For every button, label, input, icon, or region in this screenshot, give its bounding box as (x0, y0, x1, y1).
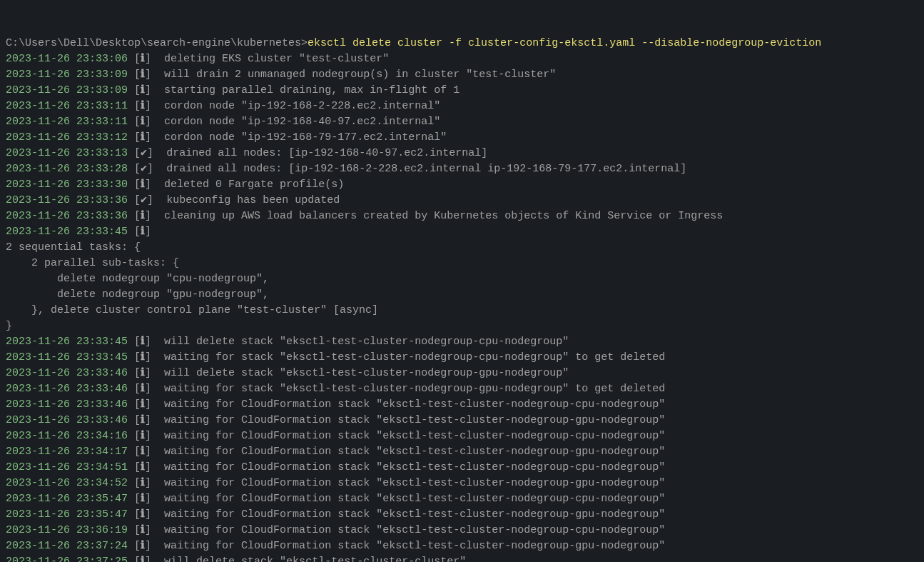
log-line: 2023-11-26 23:33:09 [ℹ] will drain 2 unm… (6, 67, 918, 83)
log-line: 2023-11-26 23:33:46 [ℹ] will delete stac… (6, 366, 918, 381)
log-timestamp: 2023-11-26 23:37:24 (6, 540, 128, 552)
task-line: 2 sequential tasks: { (6, 240, 918, 256)
task-line: delete nodegroup "gpu-nodegroup", (6, 287, 918, 303)
log-message: deleting EKS cluster "test-cluster" (164, 53, 389, 65)
log-timestamp: 2023-11-26 23:33:45 (6, 226, 128, 238)
log-timestamp: 2023-11-26 23:33:36 (6, 194, 128, 206)
log-message: cordon node "ip-192-168-40-97.ec2.intern… (164, 116, 440, 128)
log-timestamp: 2023-11-26 23:34:17 (6, 446, 128, 458)
log-timestamp: 2023-11-26 23:33:46 (6, 383, 128, 395)
log-timestamp: 2023-11-26 23:35:47 (6, 508, 128, 521)
log-timestamp: 2023-11-26 23:33:11 (6, 100, 128, 112)
log-message: waiting for CloudFormation stack "eksctl… (164, 461, 665, 473)
log-timestamp: 2023-11-26 23:33:45 (6, 336, 128, 348)
log-line: 2023-11-26 23:33:06 [ℹ] deleting EKS clu… (6, 51, 918, 67)
log-timestamp: 2023-11-26 23:33:46 (6, 414, 128, 426)
terminal-window[interactable]: C:\Users\Dell\Desktop\search-engine\kube… (0, 0, 924, 562)
task-description-block: 2 sequential tasks: { 2 parallel sub-tas… (6, 240, 918, 334)
log-line: 2023-11-26 23:33:13 [✔] drained all node… (6, 146, 918, 161)
log-line: 2023-11-26 23:33:46 [ℹ] waiting for Clou… (6, 413, 918, 428)
log-timestamp: 2023-11-26 23:33:36 (6, 210, 128, 222)
log-message: will delete stack "eksctl-test-cluster-n… (164, 336, 569, 348)
log-line: 2023-11-26 23:33:12 [ℹ] cordon node "ip-… (6, 130, 918, 146)
log-message: deleted 0 Fargate profile(s) (164, 179, 344, 191)
log-line: 2023-11-26 23:34:17 [ℹ] waiting for Clou… (6, 444, 918, 460)
log-message: cordon node "ip-192-168-2-228.ec2.intern… (164, 100, 440, 112)
log-message: waiting for CloudFormation stack "eksctl… (164, 493, 665, 505)
log-message: waiting for CloudFormation stack "eksctl… (164, 524, 665, 536)
log-line: 2023-11-26 23:33:46 [ℹ] waiting for stac… (6, 381, 918, 397)
log-line: 2023-11-26 23:33:45 [ℹ] (6, 224, 918, 240)
log-timestamp: 2023-11-26 23:34:52 (6, 477, 128, 489)
command-text: eksctl delete cluster -f cluster-config-… (308, 37, 821, 49)
log-timestamp: 2023-11-26 23:33:11 (6, 116, 128, 128)
log-message: waiting for CloudFormation stack "eksctl… (164, 446, 665, 458)
log-message: drained all nodes: [ip-192-168-40-97.ec2… (166, 147, 487, 159)
log-line: 2023-11-26 23:34:16 [ℹ] waiting for Clou… (6, 428, 918, 444)
log-line: 2023-11-26 23:33:09 [ℹ] starting paralle… (6, 83, 918, 99)
log-line: 2023-11-26 23:33:45 [ℹ] waiting for stac… (6, 350, 918, 366)
log-message: will drain 2 unmanaged nodegroup(s) in c… (164, 69, 556, 81)
log-timestamp: 2023-11-26 23:33:28 (6, 163, 128, 175)
log-timestamp: 2023-11-26 23:33:06 (6, 53, 128, 65)
log-line: 2023-11-26 23:36:19 [ℹ] waiting for Clou… (6, 523, 918, 538)
log-line: 2023-11-26 23:33:36 [✔] kubeconfig has b… (6, 193, 918, 209)
task-line: }, delete cluster control plane "test-cl… (6, 303, 918, 318)
log-line: 2023-11-26 23:33:30 [ℹ] deleted 0 Fargat… (6, 177, 918, 193)
log-line: 2023-11-26 23:35:47 [ℹ] waiting for Clou… (6, 491, 918, 507)
log-block: 2023-11-26 23:33:06 [ℹ] deleting EKS clu… (6, 51, 918, 240)
log-message: waiting for CloudFormation stack "eksctl… (164, 398, 665, 411)
task-line: delete nodegroup "cpu-nodegroup", (6, 271, 918, 287)
log-message: waiting for CloudFormation stack "eksctl… (164, 508, 665, 521)
log-timestamp: 2023-11-26 23:34:51 (6, 461, 128, 473)
log-message: will delete stack "eksctl-test-cluster-c… (164, 556, 466, 562)
log-timestamp: 2023-11-26 23:33:46 (6, 398, 128, 411)
log-timestamp: 2023-11-26 23:34:16 (6, 430, 128, 442)
log-line: 2023-11-26 23:35:47 [ℹ] waiting for Clou… (6, 507, 918, 523)
log-line: 2023-11-26 23:37:25 [ℹ] will delete stac… (6, 554, 918, 562)
task-line: } (6, 318, 918, 334)
log-line: 2023-11-26 23:37:24 [ℹ] waiting for Clou… (6, 538, 918, 554)
log-line: 2023-11-26 23:34:51 [ℹ] waiting for Clou… (6, 460, 918, 476)
log-message: starting parallel draining, max in-fligh… (164, 84, 460, 96)
log-timestamp: 2023-11-26 23:33:12 (6, 131, 128, 144)
log-message: cordon node "ip-192-168-79-177.ec2.inter… (164, 131, 447, 144)
log-line: 2023-11-26 23:33:46 [ℹ] waiting for Clou… (6, 397, 918, 413)
task-line: 2 parallel sub-tasks: { (6, 256, 918, 271)
log-timestamp: 2023-11-26 23:36:19 (6, 524, 128, 536)
log-timestamp: 2023-11-26 23:35:47 (6, 493, 128, 505)
log-line: 2023-11-26 23:33:28 [✔] drained all node… (6, 161, 918, 177)
prompt-line: C:\Users\Dell\Desktop\search-engine\kube… (6, 36, 918, 51)
log-line: 2023-11-26 23:33:11 [ℹ] cordon node "ip-… (6, 99, 918, 114)
log-timestamp: 2023-11-26 23:33:46 (6, 367, 128, 379)
log-timestamp: 2023-11-26 23:33:13 (6, 147, 128, 159)
log-message: waiting for CloudFormation stack "eksctl… (164, 477, 665, 489)
log-message: waiting for stack "eksctl-test-cluster-n… (164, 383, 665, 395)
log-timestamp: 2023-11-26 23:33:45 (6, 351, 128, 363)
log-message: waiting for CloudFormation stack "eksctl… (164, 540, 665, 552)
log-line: 2023-11-26 23:33:36 [ℹ] cleaning up AWS … (6, 209, 918, 224)
log-block: 2023-11-26 23:33:45 [ℹ] will delete stac… (6, 334, 918, 562)
log-message: waiting for CloudFormation stack "eksctl… (164, 430, 665, 442)
log-timestamp: 2023-11-26 23:33:09 (6, 84, 128, 96)
log-line: 2023-11-26 23:34:52 [ℹ] waiting for Clou… (6, 476, 918, 491)
log-message: waiting for stack "eksctl-test-cluster-n… (164, 351, 665, 363)
log-timestamp: 2023-11-26 23:37:25 (6, 556, 128, 562)
log-message: cleaning up AWS load balancers created b… (164, 210, 723, 222)
log-message: waiting for CloudFormation stack "eksctl… (164, 414, 665, 426)
log-message: kubeconfig has been updated (166, 194, 340, 206)
log-line: 2023-11-26 23:33:11 [ℹ] cordon node "ip-… (6, 114, 918, 130)
log-timestamp: 2023-11-26 23:33:30 (6, 179, 128, 191)
prompt-path: C:\Users\Dell\Desktop\search-engine\kube… (6, 37, 308, 49)
log-message: drained all nodes: [ip-192-168-2-228.ec2… (166, 163, 686, 175)
log-line: 2023-11-26 23:33:45 [ℹ] will delete stac… (6, 334, 918, 350)
log-timestamp: 2023-11-26 23:33:09 (6, 69, 128, 81)
log-message: will delete stack "eksctl-test-cluster-n… (164, 367, 569, 379)
